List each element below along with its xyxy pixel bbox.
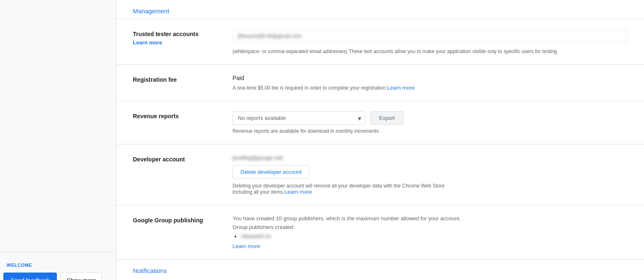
sidebar-actions: Send feedback Show more [0, 269, 116, 280]
registration-fee-content: Paid A one-time $5.00 fee is required in… [233, 75, 627, 91]
sidebar-bottom: WELCOME Send feedback Show more [0, 252, 116, 280]
registration-fee-label: Registration fee [133, 75, 233, 83]
registration-fee-row: Registration fee Paid A one-time $5.00 f… [116, 65, 644, 101]
group-publishing-created: Group publishers created: [233, 224, 627, 230]
developer-account-label: Developer account [133, 154, 233, 163]
google-group-publishing-row: Google Group publishing You have created… [116, 205, 644, 260]
trusted-tester-helper: (whitespace- or comma-separated email ad… [233, 49, 627, 54]
google-group-publishing-label: Google Group publishing [133, 215, 233, 224]
developer-account-learn-more[interactable]: Learn more [284, 189, 312, 195]
revenue-select-wrapper: No reports available ▾ [233, 111, 365, 125]
revenue-reports-row: Revenue reports No reports available ▾ E… [116, 101, 644, 144]
group-publisher-list: n8ww4d4 rts [233, 233, 627, 239]
registration-status: Paid [233, 75, 627, 81]
developer-account-row: Developer account jhu4lltrg@google tsill… [116, 144, 644, 205]
group-publishing-learn-more[interactable]: Learn more [233, 243, 260, 249]
registration-info-text: A one-time $5.00 fee is required in orde… [233, 85, 387, 91]
trusted-tester-row: Trusted tester accounts Learn more (whit… [116, 19, 644, 65]
registration-learn-more[interactable]: Learn more [387, 85, 414, 91]
sidebar: WELCOME Send feedback Show more [0, 0, 116, 280]
google-group-publishing-content: You have created 10 group publishers, wh… [233, 215, 627, 249]
trusted-tester-label-container: Trusted tester accounts Learn more [133, 29, 233, 46]
delete-warning-text: Deleting your developer account will rem… [233, 183, 448, 195]
revenue-select-row: No reports available ▾ Export [233, 111, 627, 125]
developer-account-content: jhu4lltrg@google tsill Delete developer … [233, 154, 627, 195]
list-item: n8ww4d4 rts [241, 233, 627, 239]
welcome-label: WELCOME [0, 259, 116, 269]
registration-info: A one-time $5.00 fee is required in orde… [233, 85, 627, 91]
trusted-tester-learn-more[interactable]: Learn more [133, 39, 162, 46]
export-button[interactable]: Export [370, 111, 404, 125]
developer-account-email: jhu4lltrg@google tsill [233, 155, 282, 161]
revenue-reports-content: No reports available ▾ Export Revenue re… [233, 111, 627, 134]
notifications-title-link[interactable]: Notifications [116, 260, 644, 278]
trusted-tester-label: Trusted tester accounts [133, 31, 233, 37]
show-more-button[interactable]: Show more [60, 273, 102, 280]
group-publishing-info: You have created 10 group publishers, wh… [233, 215, 627, 222]
delete-warning-prefix: Deleting your developer account will rem… [233, 183, 445, 195]
trusted-tester-input[interactable] [233, 29, 627, 43]
management-section-header: Management [116, 0, 644, 19]
send-feedback-button[interactable]: Send feedback [3, 273, 57, 280]
group-publisher-name: n8ww4d4 rts [241, 233, 271, 239]
delete-developer-account-button[interactable]: Delete developer account [233, 165, 309, 179]
trusted-tester-content: (whitespace- or comma-separated email ad… [233, 29, 627, 54]
main-content: Management Trusted tester accounts Learn… [116, 0, 644, 280]
revenue-helper: Revenue reports are available for downlo… [233, 128, 627, 134]
revenue-reports-select[interactable]: No reports available [233, 111, 365, 125]
revenue-reports-label: Revenue reports [133, 111, 233, 119]
management-title-link[interactable]: Management [133, 7, 169, 15]
